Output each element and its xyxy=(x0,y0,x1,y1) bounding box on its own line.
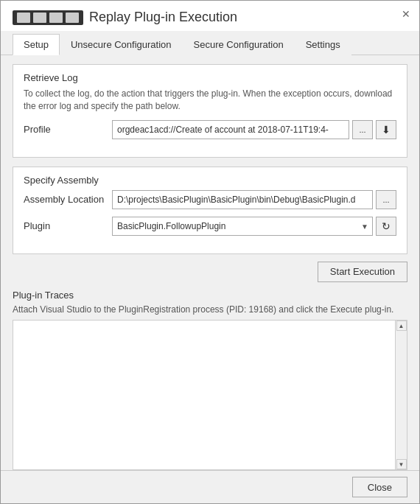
scroll-down-button[interactable]: ▼ xyxy=(396,459,407,469)
download-icon: ⬇ xyxy=(382,124,391,136)
plugin-label: Plugin xyxy=(24,220,112,231)
scroll-up-button[interactable]: ▲ xyxy=(396,321,407,331)
plugin-traces-description: Attach Visual Studio to the PluginRegist… xyxy=(13,304,407,316)
plugin-traces-section: Plug-in Traces Attach Visual Studio to t… xyxy=(13,290,407,470)
profile-download-button[interactable]: ⬇ xyxy=(376,120,396,139)
title-bar-left: Replay Plug-in Execution xyxy=(13,10,237,25)
plugin-select[interactable]: BasicPlugin.FollowupPlugin xyxy=(112,217,373,236)
footer: Close xyxy=(1,470,419,503)
traces-box: ▲ ▼ xyxy=(13,320,407,470)
plugin-field-row: Plugin BasicPlugin.FollowupPlugin ▼ ↻ xyxy=(24,217,396,236)
tab-setup[interactable]: Setup xyxy=(13,34,60,55)
dialog-title: Replay Plug-in Execution xyxy=(89,10,237,25)
main-content: Retrieve Log To collect the log, do the … xyxy=(1,55,419,470)
toolbar-icons xyxy=(13,10,83,25)
toolbar-icon-3 xyxy=(49,13,63,23)
assembly-field-row: Assembly Location ... xyxy=(24,190,396,209)
retrieve-log-description: To collect the log, do the action that t… xyxy=(24,88,396,113)
refresh-icon: ↻ xyxy=(382,220,391,232)
toolbar-icon-2 xyxy=(33,13,46,23)
tabs-bar: Setup Unsecure Configuration Secure Conf… xyxy=(1,34,419,55)
assembly-browse-button[interactable]: ... xyxy=(376,190,396,209)
tab-unsecure-configuration[interactable]: Unsecure Configuration xyxy=(60,34,183,55)
close-button[interactable]: Close xyxy=(352,477,407,497)
profile-label: Profile xyxy=(24,124,112,135)
profile-browse-button[interactable]: ... xyxy=(352,120,373,139)
assembly-input[interactable] xyxy=(112,190,373,209)
title-bar: Replay Plug-in Execution ✕ xyxy=(1,1,419,31)
plugin-input-group: BasicPlugin.FollowupPlugin ▼ ↻ xyxy=(112,217,396,236)
tab-secure-configuration[interactable]: Secure Configuration xyxy=(183,34,295,55)
specify-assembly-title: Specify Assembly xyxy=(24,175,396,186)
plugin-select-wrapper: BasicPlugin.FollowupPlugin ▼ xyxy=(112,217,373,236)
assembly-label: Assembly Location xyxy=(24,194,112,205)
scrollbar-vertical[interactable]: ▲ ▼ xyxy=(395,321,407,469)
toolbar-icon-1 xyxy=(17,13,30,23)
action-row: Start Execution xyxy=(13,262,407,282)
specify-assembly-section: Specify Assembly Assembly Location ... P… xyxy=(13,167,407,254)
plugin-traces-title: Plug-in Traces xyxy=(13,290,407,301)
profile-input[interactable] xyxy=(112,120,349,139)
start-execution-button[interactable]: Start Execution xyxy=(318,262,407,282)
toolbar-icon-4 xyxy=(66,13,79,23)
dialog: Replay Plug-in Execution ✕ Setup Unsecur… xyxy=(0,0,420,504)
retrieve-log-section: Retrieve Log To collect the log, do the … xyxy=(13,64,407,158)
window-close-button[interactable]: ✕ xyxy=(399,7,413,21)
retrieve-log-title: Retrieve Log xyxy=(24,72,396,83)
profile-field-row: Profile ... ⬇ xyxy=(24,120,396,139)
assembly-input-group: ... xyxy=(112,190,396,209)
profile-input-group: ... ⬇ xyxy=(112,120,396,139)
plugin-refresh-button[interactable]: ↻ xyxy=(376,217,396,236)
tab-settings[interactable]: Settings xyxy=(295,34,351,55)
